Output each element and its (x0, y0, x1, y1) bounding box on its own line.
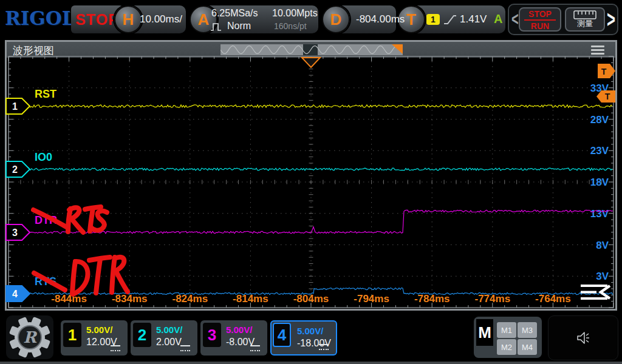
bottom-bezel (0, 362, 622, 364)
math-panel: M M1 M3 M2 M4 (474, 317, 542, 358)
run-label: RUN (520, 21, 560, 32)
d-knob[interactable]: D (322, 5, 350, 33)
h-knob[interactable]: H (114, 5, 142, 33)
math-m2-button[interactable]: M2 (497, 339, 516, 355)
dc-coupling-icon (111, 345, 120, 351)
trigger-level-value: 1.41V (460, 13, 487, 25)
waveform-view-window: 波形视图 (5, 40, 617, 311)
acquisition-mode: Norm (227, 21, 251, 32)
sample-interval: 160ns/pt (274, 21, 307, 31)
channel-2-number: 2 (133, 323, 151, 347)
menu-collapse-icon[interactable] (581, 291, 596, 294)
prev-arrow-icon[interactable]: < (511, 8, 519, 30)
acquisition-settings[interactable]: A 6.25MSa/s Norm 10.00Mpts 160ns/pt (190, 5, 318, 33)
timebase-value: 10.00ms/ (140, 13, 182, 25)
channel-2-scale: 5.00V/ (156, 325, 182, 335)
trigger-status: A (494, 12, 502, 26)
channel-3-scale: 5.00V/ (226, 325, 252, 335)
trigger-source-badge: 1 (426, 14, 440, 25)
stop-label: STOP (520, 9, 560, 19)
memory-depth: 10.00Mpts (272, 8, 318, 19)
math-label[interactable]: M (476, 319, 493, 346)
window-title-bar: 波形视图 (7, 42, 615, 58)
stop-run-divider (524, 19, 556, 21)
math-m4-button[interactable]: M4 (518, 339, 537, 355)
menu-collapse-icon[interactable] (581, 297, 607, 300)
channel-2-card[interactable]: 2 5.00V/ 2.00V (131, 320, 197, 356)
menu-collapse-icon[interactable] (581, 285, 607, 287)
rising-edge-icon (443, 13, 457, 28)
measure-label: 测量 (566, 18, 604, 29)
math-m3-button[interactable]: M3 (518, 322, 537, 338)
dc-coupling-icon (250, 345, 260, 351)
status-bar: RIGOL STOP H 10.00ms/ A 6.25MSa/s Norm 1… (0, 0, 622, 39)
channel-4-scale: 5.00V/ (297, 326, 323, 336)
beeper-button[interactable] (548, 315, 618, 360)
channel-4-number: 4 (273, 323, 291, 347)
hamburger-menu-icon[interactable] (591, 46, 604, 56)
channel-1-scale: 5.00V/ (86, 325, 112, 335)
channel-3-number: 3 (203, 323, 221, 347)
rigol-logo: RIGOL (5, 7, 75, 29)
horizontal-settings[interactable]: H 10.00ms/ (114, 5, 186, 33)
quick-button-panel: < STOP RUN 测量 > (508, 4, 618, 35)
math-m1-button[interactable]: M1 (497, 322, 516, 338)
measure-button[interactable]: 测量 (565, 7, 605, 32)
sample-rate: 6.25MSa/s (211, 8, 258, 19)
channel-1-card[interactable]: 1 5.00V/ 12.00V (61, 320, 128, 356)
delay-settings[interactable]: D -804.00ms (322, 5, 396, 33)
channel-2-offset: 2.00V (156, 337, 182, 348)
channel-4-card-selected[interactable]: 4 5.00V/ -18.00V (270, 320, 337, 356)
window-title: 波形视图 (13, 44, 54, 58)
gear-r-letter: R (23, 328, 37, 346)
speaker-muted-icon (575, 330, 591, 346)
trigger-pill (411, 5, 505, 33)
trigger-settings[interactable]: T 1 1.41V A (397, 5, 505, 33)
stop-run-button[interactable]: STOP RUN (519, 7, 561, 32)
channel-3-card[interactable]: 3 5.00V/ -8.00V (200, 320, 267, 356)
dc-coupling-icon (319, 344, 329, 350)
next-arrow-icon[interactable]: > (607, 6, 615, 33)
pulse-icon (210, 22, 225, 34)
rigol-gear-logo[interactable]: R (6, 315, 53, 359)
dc-coupling-icon (180, 345, 190, 351)
channel-1-number: 1 (63, 323, 81, 347)
channel-bar: R 1 5.00V/ 12.00V 2 5.00V/ 2.00V 3 5.00V… (0, 313, 622, 364)
delay-value: -804.00ms (356, 13, 405, 25)
record-position-bar[interactable] (220, 44, 403, 55)
